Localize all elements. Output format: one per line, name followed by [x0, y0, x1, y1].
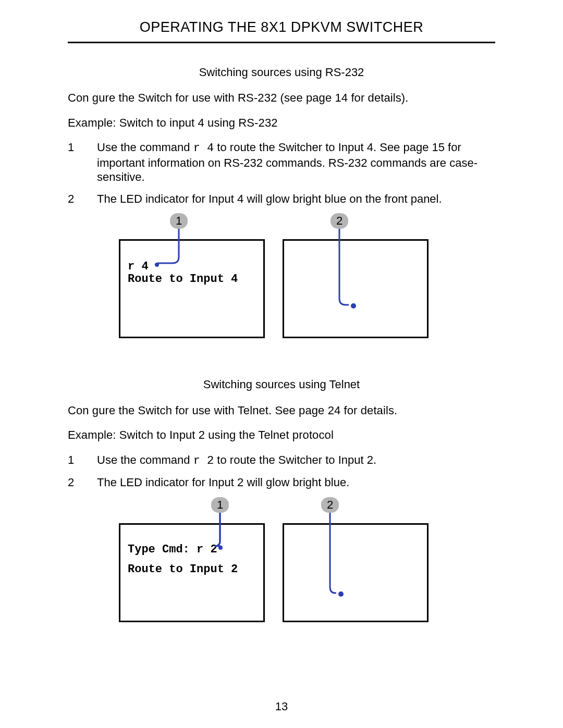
callout-badge-2: 2: [321, 497, 339, 513]
section1-example: Example: Switch to input 4 using RS-232: [68, 116, 495, 130]
section2-intro: Con gure the Switch for use with Telnet.…: [68, 403, 495, 418]
section2-figure: 1 2 Type Cmd: r 2 Route to Input 2: [96, 497, 495, 627]
section1-steps: 1 Use the command r 4 to route the Switc…: [68, 140, 495, 206]
step-number: 1: [68, 140, 97, 155]
figure2-box-left: Type Cmd: r 2 Route to Input 2: [119, 523, 265, 622]
step-number: 2: [68, 192, 97, 206]
figure1-line2: Route to Input 4: [128, 272, 238, 287]
step-text: Use the command r 2 to route the Switche…: [97, 453, 495, 468]
step1-pre: Use the command: [97, 141, 193, 154]
step-number: 1: [68, 453, 97, 467]
figure2-box-right: [283, 523, 429, 622]
callout-dot: [218, 546, 223, 550]
callout-badge-1: 1: [211, 497, 229, 513]
section1-heading: Switching sources using RS-232: [68, 65, 495, 80]
callout-dot: [155, 263, 159, 267]
figure1-box-right: [283, 239, 429, 338]
callout-badge-1: 1: [170, 213, 188, 229]
page-number: 13: [0, 699, 563, 714]
step-number: 2: [68, 475, 97, 490]
figure2-line1: Type Cmd: r 2: [128, 542, 217, 557]
step-text: Use the command r 4 to route the Switche…: [97, 140, 495, 184]
led-dot-icon: [351, 303, 356, 309]
page-title: OPERATING THE 8X1 DPKVM SWITCHER: [68, 19, 495, 43]
section2-heading: Switching sources using Telnet: [68, 377, 495, 392]
figure2-line2: Route to Input 2: [128, 562, 238, 577]
callout-badge-2: 2: [331, 213, 348, 229]
figure1-box-left: r 4 Route to Input 4: [119, 239, 265, 338]
section1-step-2: 2 The LED indicator for Input 4 will glo…: [68, 192, 495, 206]
step1-post: to route the Switcher to Input 2.: [214, 453, 376, 466]
section2-step-2: 2 The LED indicator for Input 2 will glo…: [68, 475, 495, 490]
led-dot-icon: [338, 591, 344, 597]
step1-cmd: r 4: [193, 142, 214, 155]
step1-pre: Use the command: [97, 453, 193, 466]
section1-intro: Con gure the Switch for use with RS-232 …: [68, 91, 495, 105]
section2-steps: 1 Use the command r 2 to route the Switc…: [68, 453, 495, 490]
section2-example: Example: Switch to Input 2 using the Tel…: [68, 428, 495, 442]
section2-step-1: 1 Use the command r 2 to route the Switc…: [68, 453, 495, 468]
step1-cmd: r 2: [193, 454, 214, 467]
section1-step-1: 1 Use the command r 4 to route the Switc…: [68, 140, 495, 184]
section1-figure: 1 2 r 4 Route to Input 4: [96, 213, 495, 346]
step-text: The LED indicator for Input 2 will glow …: [97, 475, 495, 490]
step-text: The LED indicator for Input 4 will glow …: [97, 192, 495, 206]
